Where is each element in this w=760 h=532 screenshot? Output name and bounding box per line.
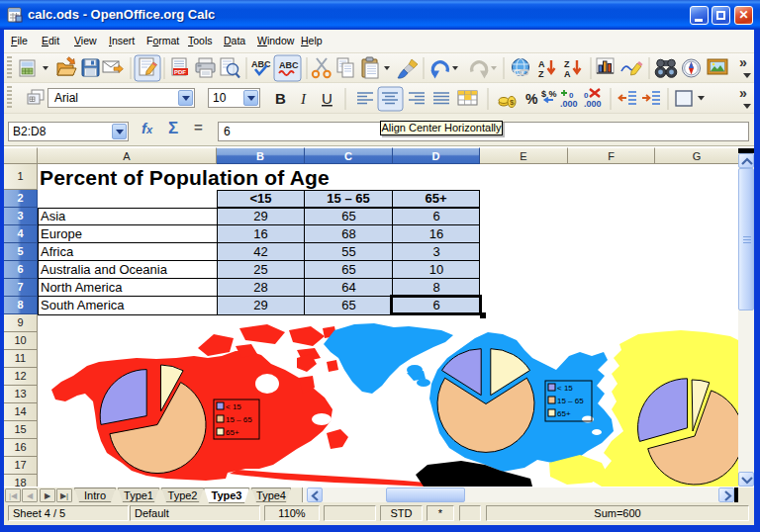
svg-text:.000: .000 [584,99,602,109]
svg-text:65+: 65+ [226,428,239,437]
svg-text:15 – 65: 15 – 65 [226,415,252,424]
svg-text:15 – 65: 15 – 65 [557,397,584,405]
svg-text:%: % [525,91,538,107]
svg-text:PDF: PDF [174,69,186,75]
svg-text:A: A [564,69,571,79]
svg-text:< 15: < 15 [226,402,241,411]
svg-text:Z: Z [538,69,544,79]
svg-text:< 15: < 15 [557,384,573,393]
svg-text:65+: 65+ [557,409,571,418]
svg-text:ABC: ABC [251,59,271,69]
svg-text:ABC: ABC [279,60,299,70]
svg-text:A: A [538,59,545,69]
svg-text:B: B [275,90,286,107]
svg-text:»: » [739,85,747,101]
svg-text:$ %: $ % [541,89,557,99]
svg-text:.000: .000 [560,99,578,109]
svg-text:$: $ [510,98,515,107]
svg-text:U: U [322,90,332,107]
svg-text:Z: Z [564,59,570,69]
svg-text:»: » [739,54,747,70]
svg-text:I: I [300,91,307,107]
